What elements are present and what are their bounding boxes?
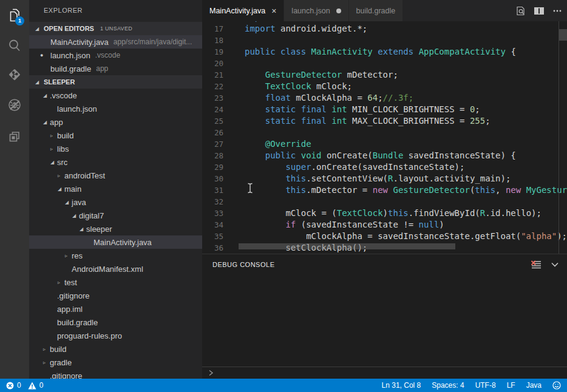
debug-icon[interactable] — [0, 93, 29, 117]
clear-console-icon[interactable] — [531, 260, 542, 269]
tree-item-app[interactable]: ◢app — [29, 115, 202, 129]
collapse-panel-icon[interactable] — [550, 260, 560, 269]
tree-item-.vscode[interactable]: ◢.vscode — [29, 89, 202, 102]
tree-item-build[interactable]: ▹build — [29, 342, 202, 356]
code-line-27[interactable]: 27 @Override — [202, 138, 567, 150]
code-line-22[interactable]: 22 TextClock mClock; — [202, 81, 567, 92]
source-control-icon[interactable] — [0, 63, 29, 87]
tab-launch.json[interactable]: launch.json — [284, 0, 348, 21]
tree-item-MainActivity.java[interactable]: MainActivity.java — [29, 235, 202, 249]
tree-item-java[interactable]: ◢java — [29, 195, 202, 209]
tree-item-build[interactable]: ▹build — [29, 129, 202, 142]
tree-item-app.iml[interactable]: app.iml — [29, 302, 202, 316]
open-editor-name: MainActivity.java — [50, 38, 109, 47]
code-line-28[interactable]: 28 public void onCreate(Bundle savedInst… — [202, 150, 567, 161]
vertical-scrollbar-thumb[interactable] — [559, 29, 567, 41]
modified-indicator: ● — [40, 52, 50, 58]
code-line-18[interactable]: 18 — [202, 35, 567, 46]
open-editor-description: .vscode — [95, 51, 120, 59]
code-line-24[interactable]: 24 static final int MIN_CLOCK_BRIGHTNESS… — [202, 104, 567, 115]
tree-item-.gitignore[interactable]: .gitignore — [29, 289, 202, 302]
code-line-21[interactable]: 21 GestureDetector mDetector; — [202, 69, 567, 81]
tree-item-main[interactable]: ◢main — [29, 182, 202, 195]
tree-item-test[interactable]: ▹test — [29, 275, 202, 289]
code-line-35[interactable]: 35 mClockAlpha = savedInstanceState.getF… — [202, 231, 567, 242]
tree-item-AndroidManifest.xml[interactable]: AndroidManifest.xml — [29, 262, 202, 275]
status-bar: 0 0 Ln 31, Col 8 Spaces: 4 UTF-8 LF Java — [0, 379, 567, 392]
tree-item-label: libs — [57, 144, 69, 154]
open-editor-description: app/src/main/java/digit... — [114, 38, 192, 46]
status-indentation[interactable]: Spaces: 4 — [432, 381, 464, 390]
line-number: 23 — [202, 92, 223, 104]
folder-section-header[interactable]: ◢ SLEEPER — [29, 75, 202, 89]
tree-item-label: gradle — [50, 358, 72, 367]
open-editor-item[interactable]: MainActivity.javaapp/src/main/java/digit… — [29, 35, 202, 49]
code-line-25[interactable]: 25 static final int MAX_CLOCK_BRIGHTNESS… — [202, 115, 567, 127]
more-actions-icon[interactable] — [552, 6, 562, 16]
tree-item-src[interactable]: ◢src — [29, 155, 202, 169]
tab-label: MainActivity.java — [209, 7, 265, 15]
line-number: 17 — [202, 23, 223, 35]
twisty-collapsed-icon: ▹ — [43, 360, 50, 365]
tree-item-gradle[interactable]: ▹gradle — [29, 356, 202, 369]
debug-console-input[interactable] — [202, 367, 567, 379]
horizontal-scrollbar-thumb[interactable] — [239, 243, 455, 249]
line-number: 33 — [202, 208, 223, 219]
code-line-30[interactable]: 30 this.setContentView(R.layout.activity… — [202, 173, 567, 184]
code-line-31[interactable]: 31 this.mDetector = new GestureDetector(… — [202, 184, 567, 196]
line-text: mClock = (TextClock)this.findViewById(R.… — [245, 208, 542, 219]
search-icon[interactable] — [0, 33, 29, 58]
tree-item-build.gradle[interactable]: build.gradle — [29, 316, 202, 329]
explorer-icon[interactable] — [0, 3, 29, 27]
code-line-32[interactable]: 32 — [202, 196, 567, 208]
status-cursor-position[interactable]: Ln 31, Col 8 — [382, 381, 421, 390]
tree-item-androidTest[interactable]: ▹androidTest — [29, 169, 202, 182]
status-eol[interactable]: LF — [507, 381, 515, 390]
code-line-29[interactable]: 29 super.onCreate(savedInstanceState); — [202, 161, 567, 173]
panel-header: DEBUG CONSOLE — [202, 254, 567, 275]
tree-item-libs[interactable]: ▹libs — [29, 142, 202, 155]
tree-item-label: main — [64, 184, 81, 194]
tree-item-proguard-rules.pro[interactable]: proguard-rules.pro — [29, 329, 202, 342]
panel-title[interactable]: DEBUG CONSOLE — [212, 261, 274, 268]
tree-item-launch.json[interactable]: launch.json — [29, 102, 202, 115]
tree-item-label: app.iml — [57, 305, 83, 314]
tree-item-digital7[interactable]: ◢digital7 — [29, 209, 202, 222]
vertical-scrollbar-track[interactable] — [559, 21, 559, 254]
code-line-20[interactable]: 20 — [202, 58, 567, 69]
line-text: public class MainActivity extends AppCom… — [245, 46, 516, 58]
line-text: this.setContentView(R.layout.activity_ma… — [245, 173, 511, 184]
code-editor[interactable]: 16import android.17import android.widget… — [202, 21, 567, 254]
problems-status[interactable]: 0 0 — [6, 381, 47, 390]
tree-item-label: proguard-rules.pro — [57, 331, 122, 340]
split-editor-icon[interactable] — [534, 7, 544, 15]
tree-item-res[interactable]: ▹res — [29, 249, 202, 262]
line-number: 18 — [202, 35, 223, 46]
tab-build.gradle[interactable]: build.gradle — [349, 0, 403, 21]
open-editor-item[interactable]: build.gradleapp — [29, 62, 202, 75]
line-text: GestureDetector mDetector; — [245, 69, 398, 81]
code-line-26[interactable]: 26 — [202, 127, 567, 138]
close-icon[interactable]: × — [271, 7, 276, 15]
feedback-smiley-icon[interactable] — [552, 381, 561, 390]
code-line-17[interactable]: 17import android.widget.*; — [202, 23, 567, 35]
extensions-icon[interactable] — [0, 124, 29, 149]
code-line-34[interactable]: 34 if (savedInstanceState != null) — [202, 219, 567, 231]
explorer-badge: 1 — [15, 16, 24, 25]
status-language-mode[interactable]: Java — [526, 381, 542, 390]
tree-item-label: java — [72, 198, 86, 207]
tree-item-sleeper[interactable]: ◢sleeper — [29, 222, 202, 235]
search-editor-icon[interactable] — [516, 6, 526, 16]
status-encoding[interactable]: UTF-8 — [475, 381, 496, 390]
code-line-23[interactable]: 23 float mClockAlpha = 64;//.3f; — [202, 92, 567, 104]
sidebar-title: EXPLORER — [29, 0, 202, 21]
open-editor-item[interactable]: ●launch.json.vscode — [29, 49, 202, 62]
line-text: if (savedInstanceState != null) — [245, 219, 444, 231]
line-number: 31 — [202, 184, 223, 196]
line-text: public void onCreate(Bundle savedInstanc… — [245, 150, 516, 161]
open-editors-header[interactable]: ◢ OPEN EDITORS 1 UNSAVED — [29, 22, 202, 35]
code-line-33[interactable]: 33 mClock = (TextClock)this.findViewById… — [202, 208, 567, 219]
code-line-19[interactable]: 19public class MainActivity extends AppC… — [202, 46, 567, 58]
tree-item-.gitignore[interactable]: .gitignore — [29, 369, 202, 379]
tab-MainActivity.java[interactable]: MainActivity.java× — [202, 0, 284, 21]
